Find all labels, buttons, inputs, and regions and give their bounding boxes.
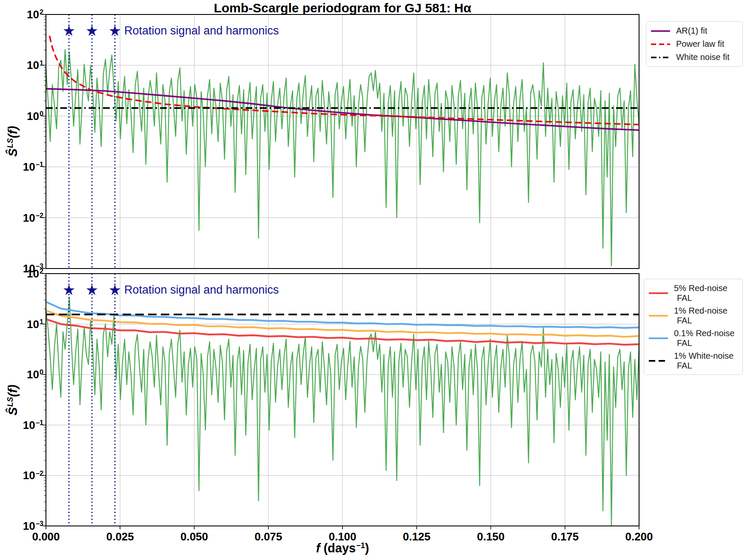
legend-swatch-red-noise-fal-5 xyxy=(648,291,668,295)
star-icon: ★ xyxy=(86,282,98,298)
y-tick-label: 10−2 xyxy=(13,469,43,482)
legend-swatch-red-noise-fal-1 xyxy=(648,314,668,318)
rotation-annotation: Rotation signal and harmonics xyxy=(124,24,279,37)
x-tick-label: 0.150 xyxy=(477,530,505,543)
x-tick-label: 0.125 xyxy=(403,530,431,543)
legend-label-white-noise-fal-1: 1% White-noiseFAL xyxy=(674,351,734,371)
star-icon: ★ xyxy=(108,282,121,298)
x-tick-label: 0.200 xyxy=(625,530,653,543)
x-tick-label: 0.025 xyxy=(106,530,134,543)
periodogram-plot: ★★★Rotation signal and harmonics★★★Rotat… xyxy=(0,0,745,560)
x-tick-label: 0.050 xyxy=(180,530,208,543)
legend-label-white-noise-fit: White noise fit xyxy=(676,52,730,62)
rotation-annotation: Rotation signal and harmonics xyxy=(124,283,279,296)
star-icon: ★ xyxy=(108,23,121,39)
legend-bottom: 5% Red-noiseFAL1% Red-noiseFAL0.1% Red-n… xyxy=(644,279,743,375)
y-tick-label: 102 xyxy=(13,267,43,280)
y-axis-label-top: ŜLS(f) xyxy=(6,126,20,157)
y-tick-label: 101 xyxy=(13,317,43,331)
legend-entry-red-noise-fal-01: 0.1% Red-noiseFAL xyxy=(648,327,738,349)
star-icon: ★ xyxy=(86,23,98,39)
legend-swatch-white-noise-fal-1 xyxy=(648,359,668,363)
legend-label-red-noise-fal-1: 1% Red-noiseFAL xyxy=(674,306,728,326)
y-tick-label: 101 xyxy=(13,59,43,72)
legend-entry-power-law-fit: Power law fit xyxy=(651,37,738,51)
x-tick-label: 0.100 xyxy=(328,530,356,543)
y-axis-label-bottom: ŜLS(f) xyxy=(6,385,20,415)
legend-swatch-power-law-fit xyxy=(651,42,671,46)
star-icon: ★ xyxy=(63,282,75,298)
legend-label-red-noise-fal-01: 0.1% Red-noiseFAL xyxy=(674,329,734,348)
legend-swatch-red-noise-fal-01 xyxy=(648,336,668,340)
y-tick-label: 100 xyxy=(13,368,43,381)
figure: Lomb-Scargle periodogram for GJ 581: Hα … xyxy=(0,0,745,560)
legend-label-red-noise-fal-5: 5% Red-noiseFAL xyxy=(674,283,728,303)
y-tick-label: 102 xyxy=(13,8,43,21)
x-tick-label: 0.075 xyxy=(254,530,282,543)
x-tick-label: 0.000 xyxy=(32,530,60,543)
legend-label-power-law-fit: Power law fit xyxy=(676,39,724,49)
star-icon: ★ xyxy=(63,23,75,39)
legend-entry-ar1-fit: AR(1) fit xyxy=(651,24,738,37)
y-tick-label: 100 xyxy=(13,109,43,123)
legend-swatch-white-noise-fit xyxy=(651,55,671,60)
legend-label-ar1-fit: AR(1) fit xyxy=(676,26,707,36)
legend-swatch-ar1-fit xyxy=(651,29,671,33)
legend-entry-red-noise-fal-1: 1% Red-noiseFAL xyxy=(648,304,738,327)
legend-entry-red-noise-fal-5: 5% Red-noiseFAL xyxy=(648,282,738,304)
legend-entry-white-noise-fal-1: 1% White-noiseFAL xyxy=(648,349,738,372)
y-tick-label: 10−1 xyxy=(13,160,43,174)
y-tick-label: 10−2 xyxy=(13,211,43,224)
y-tick-label: 10−1 xyxy=(13,418,43,431)
legend-top: AR(1) fitPower law fitWhite noise fit xyxy=(646,21,743,67)
x-tick-label: 0.175 xyxy=(551,530,579,543)
legend-entry-white-noise-fit: White noise fit xyxy=(651,51,738,64)
